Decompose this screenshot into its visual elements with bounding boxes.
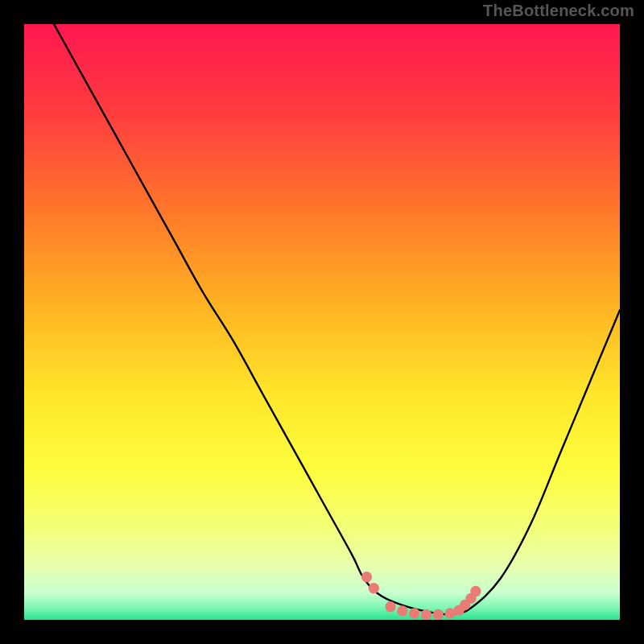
curve-marker <box>397 605 407 616</box>
curve-marker <box>409 608 419 618</box>
curve-marker <box>421 609 431 620</box>
curve-marker <box>361 572 372 582</box>
watermark-text: TheBottleneck.com <box>483 2 634 20</box>
plot-area <box>24 24 620 620</box>
curve-marker <box>385 601 395 612</box>
chart-frame: TheBottleneck.com <box>0 0 644 644</box>
plot-svg <box>24 24 620 620</box>
curve-marker <box>470 586 481 597</box>
curve-marker <box>369 583 379 593</box>
curve-marker <box>433 609 444 620</box>
gradient-background <box>24 24 620 620</box>
